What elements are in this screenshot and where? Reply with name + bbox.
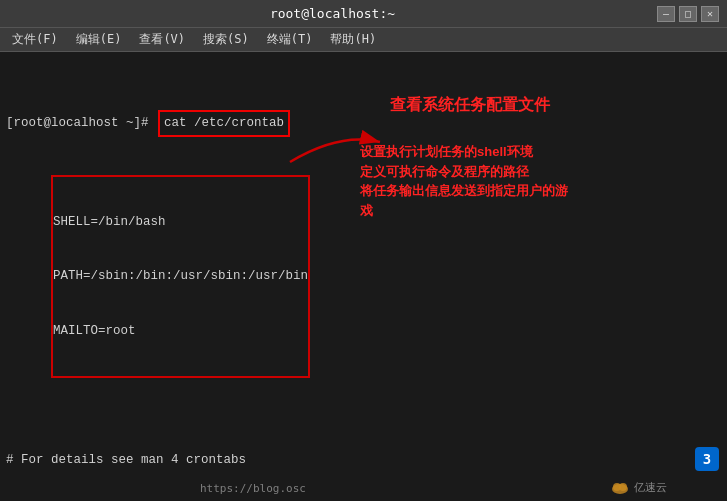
title-bar: root@localhost:~ — □ ✕ xyxy=(0,0,727,28)
menu-bar: 文件(F) 编辑(E) 查看(V) 搜索(S) 终端(T) 帮助(H) xyxy=(0,28,727,52)
watermark-left: https://blog.osc xyxy=(200,482,306,495)
menu-view[interactable]: 查看(V) xyxy=(131,29,193,50)
window-title: root@localhost:~ xyxy=(8,6,657,21)
menu-help[interactable]: 帮助(H) xyxy=(322,29,384,50)
menu-edit[interactable]: 编辑(E) xyxy=(68,29,130,50)
menu-file[interactable]: 文件(F) xyxy=(4,29,66,50)
line-shell: SHELL=/bin/bash xyxy=(53,213,308,231)
cmd-box: cat /etc/crontab xyxy=(158,110,290,136)
annotation-env: 设置执行计划任务的shell环境 定义可执行命令及程序的路径 将任务输出信息发送… xyxy=(360,142,568,220)
line-blank1 xyxy=(6,396,721,414)
svg-point-3 xyxy=(619,483,627,491)
line-mailto: MAILTO=root xyxy=(53,322,308,340)
maximize-button[interactable]: □ xyxy=(679,6,697,22)
annotation-title: 查看系统任务配置文件 xyxy=(390,94,550,116)
close-button[interactable]: ✕ xyxy=(701,6,719,22)
terminal-output: [root@localhost ~]# cat /etc/crontab SHE… xyxy=(6,56,721,501)
line-details: # For details see man 4 crontabs xyxy=(6,451,721,469)
line-path: PATH=/sbin:/bin:/usr/sbin:/usr/bin xyxy=(53,267,308,285)
badge-number: 3 xyxy=(695,447,719,471)
minimize-button[interactable]: — xyxy=(657,6,675,22)
watermark-right: 亿速云 xyxy=(610,479,667,495)
cloud-icon xyxy=(610,479,630,495)
terminal-window: root@localhost:~ — □ ✕ 文件(F) 编辑(E) 查看(V)… xyxy=(0,0,727,501)
line-1: [root@localhost ~]# cat /etc/crontab xyxy=(6,110,721,136)
terminal-body[interactable]: [root@localhost ~]# cat /etc/crontab SHE… xyxy=(0,52,727,501)
window-controls[interactable]: — □ ✕ xyxy=(657,6,719,22)
menu-terminal[interactable]: 终端(T) xyxy=(259,29,321,50)
menu-search[interactable]: 搜索(S) xyxy=(195,29,257,50)
